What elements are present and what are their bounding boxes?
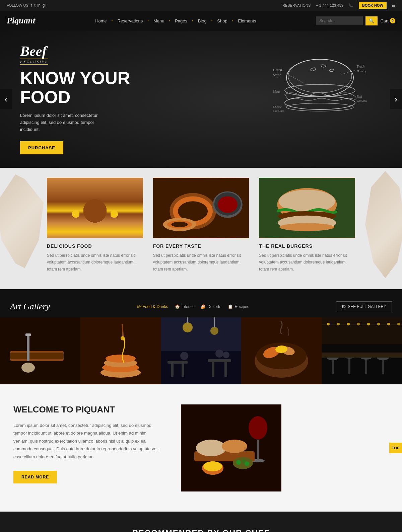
svg-point-101 <box>249 416 267 440</box>
site-logo[interactable]: Piquant <box>7 16 35 26</box>
gallery-tabs: 🍽 Food & Drinks 🏠 Interior 🍰 Deserts 📋 R… <box>137 304 249 309</box>
svg-point-56 <box>106 355 136 363</box>
svg-text:Meat: Meat <box>273 90 280 93</box>
hero-section: ‹ Beef EXCLUSIVE KNOW YOUR FOOD Lorem ip… <box>0 31 402 168</box>
nav-item-home[interactable]: Home <box>92 16 110 26</box>
svg-point-58 <box>121 336 125 340</box>
nav-item-shop[interactable]: Shop <box>214 16 230 26</box>
nav-item-pages[interactable]: Pages <box>172 16 191 26</box>
menu-icon[interactable]: ☰ <box>392 3 395 8</box>
hero-content: Beef EXCLUSIVE KNOW YOUR FOOD Lorem ipsu… <box>20 44 154 154</box>
svg-point-22 <box>57 206 90 214</box>
left-decor <box>0 174 44 268</box>
search-button[interactable]: 🔍 <box>365 16 378 25</box>
book-now-button[interactable]: BOOK NOW <box>359 2 387 9</box>
nav-item-reservations[interactable]: Reservations <box>114 16 146 26</box>
beef-brand-tagline: EXCLUSIVE <box>20 59 48 65</box>
search-area: 🔍 Cart 0 <box>316 16 395 25</box>
read-more-button[interactable]: READ MORE <box>13 471 57 483</box>
hero-next-button[interactable]: › <box>390 89 402 109</box>
food-card-3-text: Sed ut perspiciatis unde omnis iste natu… <box>259 252 355 273</box>
svg-point-7 <box>286 103 353 111</box>
svg-point-28 <box>115 196 141 219</box>
facebook-icon[interactable]: f <box>31 3 32 8</box>
svg-point-89 <box>387 323 390 325</box>
twitter-icon[interactable]: t <box>34 3 35 8</box>
instagram-icon[interactable]: in <box>37 3 40 8</box>
svg-point-73 <box>223 352 229 358</box>
svg-point-87 <box>367 323 370 325</box>
main-navigation: Piquant Home ● Reservations ● Menu ● Pag… <box>0 11 402 31</box>
svg-text:Bakery: Bakery <box>357 69 366 73</box>
cart-badge: 0 <box>390 18 395 23</box>
svg-rect-81 <box>322 317 402 344</box>
svg-point-85 <box>347 323 350 325</box>
svg-point-88 <box>377 323 380 325</box>
purchase-button[interactable]: PURCHASE <box>20 141 63 154</box>
gallery-tab-recipes[interactable]: 📋 Recipes <box>228 304 249 309</box>
food-cards-section: DELICIOUS FOOD Sed ut perspiciatis unde … <box>0 168 402 289</box>
svg-text:and Onio: and Onio <box>273 109 284 112</box>
svg-point-25 <box>83 197 120 211</box>
gallery-image-2 <box>80 317 161 384</box>
food-card-1[interactable]: DELICIOUS FOOD Sed ut perspiciatis unde … <box>47 178 143 273</box>
google-plus-icon[interactable]: g+ <box>43 3 47 8</box>
welcome-text: Lorem ipsum dolor sit amet, consectetur … <box>13 422 161 461</box>
svg-rect-102 <box>257 440 259 460</box>
svg-point-108 <box>236 460 241 465</box>
cart-label: Cart <box>380 18 389 23</box>
gallery-tab-interior[interactable]: 🏠 Interior <box>175 304 194 309</box>
interior-icon: 🏠 <box>175 304 180 309</box>
svg-rect-50 <box>25 333 31 336</box>
gallery-item-2[interactable] <box>80 317 161 384</box>
search-input[interactable] <box>316 16 363 25</box>
svg-point-29 <box>116 197 141 209</box>
svg-point-20 <box>55 195 92 221</box>
food-card-3-title: THE REAL BURGERS <box>259 243 355 249</box>
svg-text:Red: Red <box>356 95 362 98</box>
gallery-image-3 <box>161 317 241 384</box>
gallery-item-1[interactable] <box>0 317 80 384</box>
svg-point-26 <box>83 207 120 216</box>
top-bar-left: FOLLOW US f t in g+ <box>7 3 47 8</box>
svg-rect-19 <box>47 178 143 238</box>
gallery-image-4 <box>241 317 322 384</box>
svg-rect-93 <box>348 356 350 374</box>
nav-item-blog[interactable]: Blog <box>195 16 210 26</box>
gallery-grid <box>0 317 402 384</box>
gallery-item-3[interactable] <box>161 317 241 384</box>
food-card-2[interactable]: FOR EVERY TASTE Sed ut perspiciatis unde… <box>153 178 249 273</box>
gallery-tab-food[interactable]: 🍽 Food & Drinks <box>137 304 168 309</box>
svg-point-86 <box>357 323 360 325</box>
gallery-tab-deserts[interactable]: 🍰 Deserts <box>201 304 221 309</box>
food-card-3-image <box>259 178 355 238</box>
deserts-icon: 🍰 <box>201 304 206 309</box>
back-to-top-button[interactable]: TOP <box>389 443 402 453</box>
svg-text:Cheese: Cheese <box>273 105 282 108</box>
see-full-gallery-button[interactable]: 🖼 SEE FULL GALLERY <box>336 301 392 312</box>
hero-prev-button[interactable]: ‹ <box>0 89 12 109</box>
svg-rect-66 <box>171 364 174 377</box>
svg-point-23 <box>57 207 90 219</box>
svg-point-106 <box>222 440 247 453</box>
svg-point-84 <box>337 323 340 325</box>
nav-item-menu[interactable]: Menu <box>150 16 168 26</box>
svg-point-112 <box>203 461 222 471</box>
gallery-item-4[interactable] <box>241 317 322 384</box>
gallery-item-5[interactable] <box>322 317 402 384</box>
nav-links: Home ● Reservations ● Menu ● Pages ● Blo… <box>92 16 259 26</box>
nav-item-elements[interactable]: Elements <box>234 16 259 26</box>
recipes-icon: 📋 <box>228 304 233 309</box>
svg-rect-70 <box>224 362 227 377</box>
cart-area[interactable]: Cart 0 <box>380 18 395 23</box>
food-card-2-image <box>153 178 249 238</box>
food-card-3[interactable]: THE REAL BURGERS Sed ut perspiciatis und… <box>259 178 355 273</box>
svg-rect-65 <box>168 361 188 364</box>
svg-point-1 <box>288 59 352 93</box>
right-decor <box>365 171 402 278</box>
svg-point-110 <box>245 461 249 466</box>
svg-rect-69 <box>212 362 214 377</box>
chef-section-title: RECOMMENDED BY OUR CHEF <box>13 528 389 532</box>
food-card-1-image <box>47 178 143 238</box>
social-icons: f t in g+ <box>31 3 47 8</box>
